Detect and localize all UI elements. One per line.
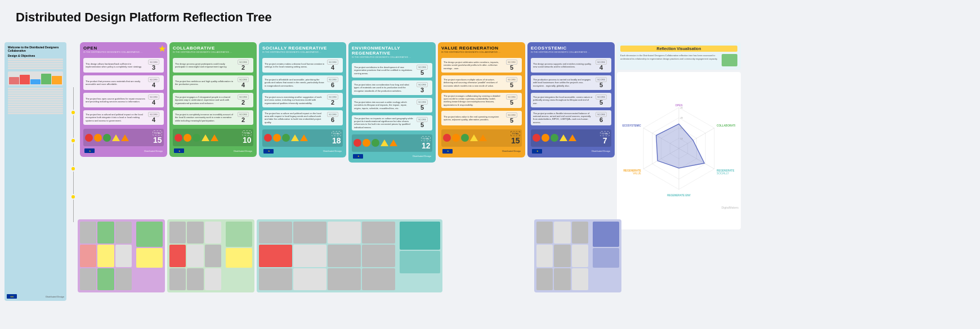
design-objectives-section: Design & Objectives — [8, 54, 63, 69]
score-num-open-1: SCORE 3 — [146, 60, 162, 71]
score-block-val-2: The project reproduces multiple values o… — [441, 75, 522, 90]
viz-title: Reflection Visualisation — [620, 46, 737, 52]
connector-group — [71, 87, 75, 222]
collab-cell-2 — [187, 222, 203, 244]
score-block-val-4: The project takes value to the real oper… — [441, 111, 522, 125]
info-line-7 — [8, 101, 63, 103]
info-line-9 — [8, 106, 63, 107]
viz-top-section: Reflection Visualisation Each dimension … — [617, 42, 741, 70]
page-title: Distributed Design Platform Reflection T… — [16, 10, 272, 25]
text-line-2 — [8, 61, 63, 62]
left-panel-footer: ★★ Distributed Design — [7, 294, 64, 299]
yellow-box-collab — [226, 248, 252, 268]
bottom-panel-open — [78, 219, 165, 292]
bar-2 — [20, 75, 30, 84]
score-block-env-1: The project contributes to the developme… — [352, 63, 432, 78]
card-collaborative: COLLABORATIVE IS THE DISTRIBUTED DESIGNE… — [169, 42, 257, 157]
triangle-yellow-open — [112, 134, 120, 141]
score-text-open-1: This design allows hardware/back suffici… — [86, 62, 146, 68]
svg-text:10: 10 — [681, 138, 683, 140]
score-block-env-4: The project has no impacts on culture an… — [352, 115, 432, 130]
card-socially-header: SOCIALLY REGENERATIVE IS THE DISTRIBUTED… — [262, 46, 343, 55]
info-line-6 — [8, 99, 63, 101]
bottom-spacer-value — [445, 219, 532, 292]
total-value-open: 15 — [153, 136, 162, 145]
img-cell-7 — [80, 268, 96, 290]
score-block-eco-4: The project provides a flexible intercon… — [531, 110, 611, 125]
total-label-open: TOTAL — [153, 130, 162, 136]
svg-text:OPEN: OPEN — [675, 104, 683, 107]
card-value-regeneration: VALUE REGENERATION IS THE DISTRIBUTED DE… — [438, 42, 525, 157]
triangle-orange-collab — [211, 134, 218, 141]
card-open-title: OPEN — [83, 46, 142, 51]
total-collab: TOTAL 10 — [242, 130, 252, 145]
eu-stars: ★★ — [10, 295, 14, 298]
bottom-grid-ecosystemic — [534, 219, 590, 292]
info-line-11 — [8, 110, 63, 112]
connector-dot-3 — [71, 167, 75, 170]
viz-desc-area: Each dimension in the Distributed Design… — [620, 54, 737, 66]
card-eco-footer: TOTAL 7 — [531, 129, 611, 147]
svg-text:ECOSYSTEMIC: ECOSYSTEMIC — [623, 124, 641, 127]
card-collab-footer: TOTAL 10 — [173, 129, 253, 146]
img-cell-4 — [80, 245, 96, 267]
info-line-12 — [8, 112, 63, 114]
card-collaborative-subtitle: IS THE DISTRIBUTED DESIGNER'S COLLABORAT… — [173, 51, 232, 53]
score-block-eco-1: The design process supports and enriches… — [531, 58, 611, 73]
score-block-open-2: The product that process uses materials … — [83, 75, 164, 90]
img-cell-6 — [115, 245, 132, 267]
eu-badge-left: ★★ — [7, 294, 17, 299]
score-block-eco-3: The project integrates the local accessi… — [531, 93, 611, 107]
design-objectives-title: Design & Objectives — [8, 54, 63, 57]
info-line-3 — [8, 92, 63, 94]
collab-cell-8 — [187, 268, 203, 290]
info-line-5 — [8, 97, 63, 98]
star-icon: ★ — [158, 43, 166, 54]
svg-text:VALUE: VALUE — [633, 172, 641, 175]
shapes-open — [85, 134, 129, 142]
score-block-env-2: The project takes into consideration how… — [352, 80, 432, 95]
card-value-title: VALUE REGENERATION — [441, 46, 500, 51]
svg-text:20: 20 — [681, 117, 683, 119]
info-line-1 — [8, 88, 63, 89]
info-line-2 — [8, 90, 63, 92]
viz-score-box — [722, 54, 737, 66]
svg-marker-10 — [656, 124, 705, 168]
shapes-soc — [264, 134, 308, 142]
img-cell-5 — [97, 245, 114, 267]
card-val-footer: TOTAL 15 — [441, 129, 522, 147]
card-socially-title: SOCIALLY REGENERATIVE — [262, 46, 327, 51]
eu-badge-collab: ★ — [174, 148, 184, 153]
bottom-spacer-left — [5, 219, 75, 292]
logo-watermark: DigitalMakers — [722, 206, 739, 209]
text-line-4 — [8, 65, 63, 67]
circle-green-open — [103, 134, 111, 142]
collab-cell-3 — [205, 222, 221, 244]
left-footer-text: Distributed Design — [46, 295, 64, 298]
green-box-collab — [226, 222, 252, 247]
light-purple-box-eco — [593, 248, 619, 268]
card-soc-footer: TOTAL 18 — [262, 129, 343, 147]
score-block-soc-4: The project has a culture and political … — [262, 110, 343, 125]
collab-cell-9 — [205, 268, 221, 290]
connector-line-3 — [73, 143, 74, 166]
text-line-3 — [8, 63, 63, 65]
card-socially-regenerative: SOCIALLY REGENERATIVE IS THE DISTRIBUTED… — [259, 42, 346, 157]
collab-cell-1 — [169, 222, 186, 244]
score-block-open-3: The project has open-source guidelines f… — [83, 93, 164, 107]
bottom-collab-info — [223, 219, 254, 292]
card-collaborative-title: COLLABORATIVE — [173, 46, 232, 51]
triangle-orange-open — [121, 134, 129, 141]
bottom-grid-open — [78, 219, 134, 292]
bottom-grid-collab — [167, 219, 223, 292]
eu-badge-open: ★ — [84, 148, 95, 153]
connector-line-2 — [73, 115, 74, 138]
card-open-footer: TOTAL 15 — [83, 129, 164, 146]
collab-cell-5 — [187, 245, 203, 267]
info-line-8 — [8, 103, 63, 105]
circle-red-open — [85, 134, 93, 142]
bottom-panel-socially — [257, 219, 442, 292]
bar-4 — [41, 74, 51, 84]
circle-orange-collab — [184, 134, 191, 142]
svg-text:COLLABORATE: COLLABORATE — [717, 124, 735, 127]
